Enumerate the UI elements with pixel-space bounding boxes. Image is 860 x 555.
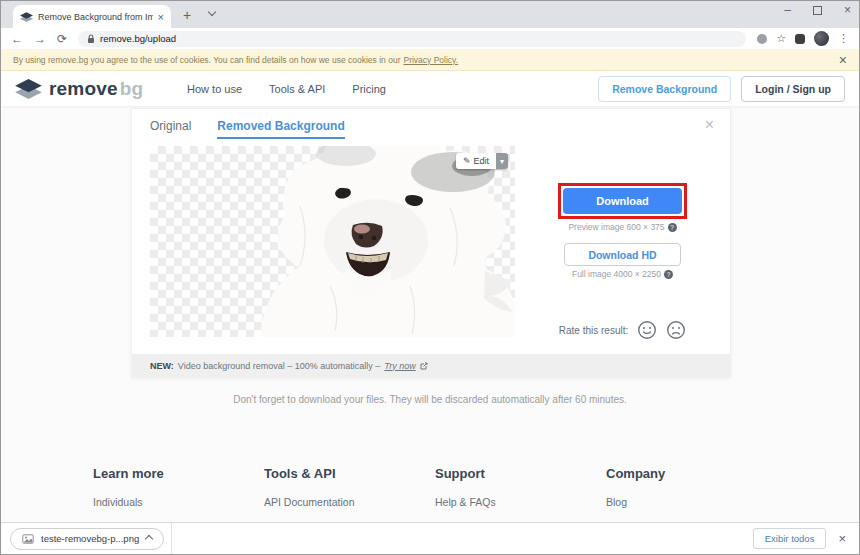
downloaded-filename: teste-removebg-p...png: [41, 533, 139, 544]
download-column: Download Preview image 600 × 375 ? Downl…: [515, 146, 730, 340]
privacy-policy-link[interactable]: Privacy Policy.: [403, 55, 458, 65]
minimize-button[interactable]: –: [784, 3, 791, 17]
window-close-button[interactable]: ×: [844, 3, 851, 17]
nav-tools-api[interactable]: Tools & API: [269, 83, 325, 95]
window-controls: – ×: [784, 3, 851, 17]
new-tab-button[interactable]: +: [183, 7, 191, 23]
browser-tab[interactable]: Remove Background from Imag ×: [13, 5, 171, 28]
footer-link-help-faqs[interactable]: Help & FAQs: [435, 496, 606, 508]
remove-bg-favicon: [20, 12, 33, 22]
tab-close-icon[interactable]: ×: [158, 11, 164, 23]
full-image-caption: Full image 4000 × 2250 ?: [572, 269, 673, 279]
downloaded-file-item[interactable]: teste-removebg-p...png: [10, 528, 164, 550]
rate-result-row: Rate this result:: [559, 320, 686, 340]
url-text: remove.bg/upload: [100, 33, 176, 44]
image-file-icon: [22, 533, 34, 545]
tab-title: Remove Background from Imag: [38, 12, 153, 22]
tab-list-chevron-icon[interactable]: [208, 8, 216, 16]
external-link-icon: [420, 362, 428, 370]
footer-col-learn-more: Learn more Individuals: [93, 466, 264, 508]
login-signup-button[interactable]: Login / Sign up: [741, 76, 845, 102]
footer-title: Tools & API: [264, 466, 435, 481]
result-content: ✎ Edit ▾ Download Preview image 600 × 37…: [132, 146, 730, 340]
dog-image: [150, 146, 515, 337]
footer-link-api-documentation[interactable]: API Documentation: [264, 496, 435, 508]
happy-face-icon[interactable]: [637, 320, 657, 340]
tab-strip: Remove Background from Imag × + – ×: [1, 1, 859, 28]
result-panel: Original Removed Background ×: [131, 108, 731, 378]
bookmark-star-icon[interactable]: ☆: [776, 32, 786, 45]
footer-col-tools-api: Tools & API API Documentation: [264, 466, 435, 508]
preview-caption: Preview image 600 × 375 ?: [568, 222, 676, 232]
footer-col-company: Company Blog: [606, 466, 777, 508]
nav-how-to-use[interactable]: How to use: [187, 83, 242, 95]
cookie-banner: By using remove.bg you agree to the use …: [1, 49, 859, 71]
downloads-bar-actions: Exibir todos ×: [753, 528, 850, 549]
footer-col-support: Support Help & FAQs: [435, 466, 606, 508]
back-button[interactable]: ←: [11, 33, 23, 45]
extensions-icon[interactable]: [795, 34, 805, 44]
edit-label: Edit: [473, 156, 489, 166]
reload-button[interactable]: ⟳: [57, 33, 67, 45]
new-feature-banner: NEW: Video background removal – 100% aut…: [132, 354, 730, 377]
rate-label: Rate this result:: [559, 325, 628, 336]
edit-dropdown-caret-icon[interactable]: ▾: [496, 153, 508, 169]
panel-close-icon[interactable]: ×: [705, 116, 714, 134]
profile-avatar[interactable]: [814, 31, 829, 46]
download-button[interactable]: Download: [563, 188, 682, 214]
info-icon[interactable]: ?: [668, 223, 677, 232]
edit-button[interactable]: ✎ Edit ▾: [456, 153, 508, 169]
address-bar[interactable]: remove.bg/upload: [78, 31, 746, 47]
new-badge: NEW:: [150, 361, 174, 371]
annotation-red-box: Download: [558, 183, 687, 219]
site-header: removebg How to use Tools & API Pricing …: [1, 71, 859, 106]
downloads-bar-close-icon[interactable]: ×: [838, 531, 846, 546]
tab-original[interactable]: Original: [150, 119, 191, 139]
result-image-transparent: ✎ Edit ▾: [150, 146, 515, 337]
browser-menu-icon[interactable]: ⋮: [838, 32, 849, 45]
info-icon[interactable]: ?: [664, 270, 673, 279]
footer-link-individuals[interactable]: Individuals: [93, 496, 264, 508]
remove-background-button[interactable]: Remove Background: [598, 76, 731, 102]
discard-notice: Don't forget to download your files. The…: [1, 394, 859, 405]
maximize-button[interactable]: [813, 6, 822, 15]
forward-button[interactable]: →: [34, 33, 46, 45]
full-image-caption-text: Full image 4000 × 2250: [572, 269, 661, 279]
footer-title: Company: [606, 466, 777, 481]
footer-title: Learn more: [93, 466, 264, 481]
result-tabs: Original Removed Background ×: [132, 109, 730, 146]
lock-icon: [87, 34, 95, 44]
cookie-text: By using remove.bg you agree to the use …: [13, 55, 400, 65]
layers-logo-icon: [15, 79, 42, 99]
pencil-icon: ✎: [463, 156, 471, 166]
downloads-bar: teste-removebg-p...png Exibir todos ×: [1, 522, 859, 554]
remove-bg-logo[interactable]: removebg: [15, 78, 143, 100]
tab-removed-background[interactable]: Removed Background: [217, 119, 344, 139]
divider: [171, 523, 172, 554]
sad-face-icon[interactable]: [666, 320, 686, 340]
download-item-chevron-icon[interactable]: [145, 534, 153, 542]
header-actions: Remove Background Login / Sign up: [598, 76, 845, 102]
show-all-downloads-button[interactable]: Exibir todos: [753, 528, 827, 549]
new-banner-text: Video background removal – 100% automati…: [178, 361, 380, 371]
page-action-icon[interactable]: [757, 34, 767, 44]
logo-text-secondary: bg: [120, 78, 143, 99]
browser-toolbar: ← → ⟳ remove.bg/upload ☆ ⋮: [1, 28, 859, 49]
footer-title: Support: [435, 466, 606, 481]
logo-text-primary: remove: [49, 78, 118, 99]
main-nav: How to use Tools & API Pricing: [187, 83, 386, 95]
download-hd-button[interactable]: Download HD: [564, 243, 681, 266]
try-now-link[interactable]: Try now: [384, 361, 415, 371]
page-body: Original Removed Background ×: [1, 106, 859, 524]
nav-pricing[interactable]: Pricing: [352, 83, 386, 95]
footer-link-blog[interactable]: Blog: [606, 496, 777, 508]
browser-window: Remove Background from Imag × + – × ← → …: [0, 0, 860, 555]
toolbar-icons: ☆ ⋮: [757, 31, 849, 46]
preview-caption-text: Preview image 600 × 375: [568, 222, 664, 232]
cookie-close-icon[interactable]: ×: [839, 52, 847, 68]
site-footer: Learn more Individuals Tools & API API D…: [1, 466, 859, 508]
